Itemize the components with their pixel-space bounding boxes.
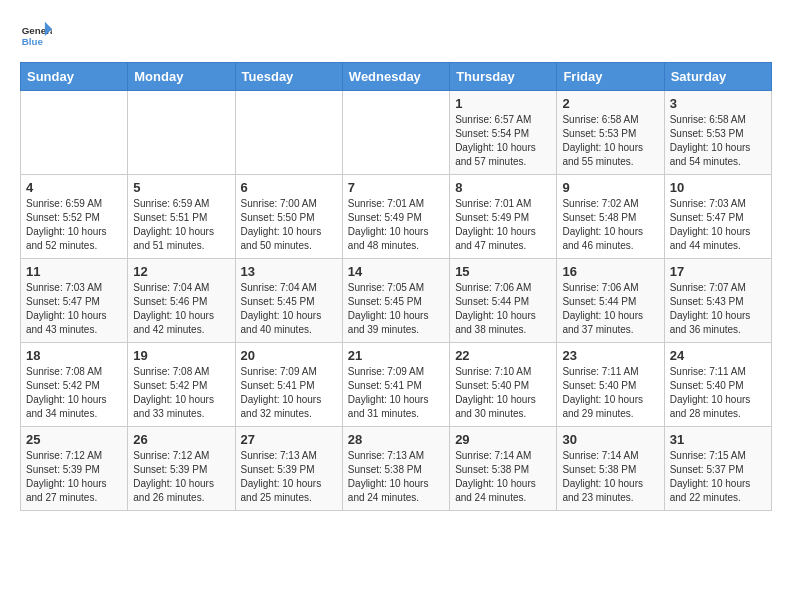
calendar-cell: 3Sunrise: 6:58 AMSunset: 5:53 PMDaylight… [664, 91, 771, 175]
day-info: Sunrise: 7:12 AMSunset: 5:39 PMDaylight:… [26, 449, 122, 505]
day-number: 8 [455, 180, 551, 195]
day-info: Sunrise: 7:07 AMSunset: 5:43 PMDaylight:… [670, 281, 766, 337]
day-number: 31 [670, 432, 766, 447]
calendar-cell: 12Sunrise: 7:04 AMSunset: 5:46 PMDayligh… [128, 259, 235, 343]
calendar-cell: 24Sunrise: 7:11 AMSunset: 5:40 PMDayligh… [664, 343, 771, 427]
day-info: Sunrise: 7:03 AMSunset: 5:47 PMDaylight:… [26, 281, 122, 337]
day-number: 20 [241, 348, 337, 363]
calendar-cell [21, 91, 128, 175]
day-info: Sunrise: 7:15 AMSunset: 5:37 PMDaylight:… [670, 449, 766, 505]
day-number: 13 [241, 264, 337, 279]
calendar-cell: 19Sunrise: 7:08 AMSunset: 5:42 PMDayligh… [128, 343, 235, 427]
calendar-cell: 27Sunrise: 7:13 AMSunset: 5:39 PMDayligh… [235, 427, 342, 511]
day-number: 18 [26, 348, 122, 363]
calendar-week-row: 11Sunrise: 7:03 AMSunset: 5:47 PMDayligh… [21, 259, 772, 343]
day-info: Sunrise: 7:06 AMSunset: 5:44 PMDaylight:… [562, 281, 658, 337]
day-info: Sunrise: 7:04 AMSunset: 5:46 PMDaylight:… [133, 281, 229, 337]
calendar-cell: 28Sunrise: 7:13 AMSunset: 5:38 PMDayligh… [342, 427, 449, 511]
day-info: Sunrise: 7:02 AMSunset: 5:48 PMDaylight:… [562, 197, 658, 253]
day-number: 17 [670, 264, 766, 279]
calendar-cell: 25Sunrise: 7:12 AMSunset: 5:39 PMDayligh… [21, 427, 128, 511]
calendar-body: 1Sunrise: 6:57 AMSunset: 5:54 PMDaylight… [21, 91, 772, 511]
calendar-cell: 26Sunrise: 7:12 AMSunset: 5:39 PMDayligh… [128, 427, 235, 511]
day-info: Sunrise: 7:01 AMSunset: 5:49 PMDaylight:… [455, 197, 551, 253]
day-info: Sunrise: 6:59 AMSunset: 5:51 PMDaylight:… [133, 197, 229, 253]
calendar-cell: 8Sunrise: 7:01 AMSunset: 5:49 PMDaylight… [450, 175, 557, 259]
day-info: Sunrise: 7:01 AMSunset: 5:49 PMDaylight:… [348, 197, 444, 253]
day-number: 26 [133, 432, 229, 447]
calendar-cell: 5Sunrise: 6:59 AMSunset: 5:51 PMDaylight… [128, 175, 235, 259]
day-number: 21 [348, 348, 444, 363]
calendar-cell: 2Sunrise: 6:58 AMSunset: 5:53 PMDaylight… [557, 91, 664, 175]
calendar-cell [128, 91, 235, 175]
calendar-cell: 30Sunrise: 7:14 AMSunset: 5:38 PMDayligh… [557, 427, 664, 511]
day-of-week-header: Saturday [664, 63, 771, 91]
day-number: 9 [562, 180, 658, 195]
calendar-week-row: 25Sunrise: 7:12 AMSunset: 5:39 PMDayligh… [21, 427, 772, 511]
day-info: Sunrise: 7:03 AMSunset: 5:47 PMDaylight:… [670, 197, 766, 253]
day-info: Sunrise: 6:58 AMSunset: 5:53 PMDaylight:… [670, 113, 766, 169]
svg-text:Blue: Blue [22, 36, 44, 47]
calendar-cell [342, 91, 449, 175]
calendar-cell: 21Sunrise: 7:09 AMSunset: 5:41 PMDayligh… [342, 343, 449, 427]
calendar-cell: 10Sunrise: 7:03 AMSunset: 5:47 PMDayligh… [664, 175, 771, 259]
day-number: 5 [133, 180, 229, 195]
calendar-cell: 17Sunrise: 7:07 AMSunset: 5:43 PMDayligh… [664, 259, 771, 343]
calendar-week-row: 4Sunrise: 6:59 AMSunset: 5:52 PMDaylight… [21, 175, 772, 259]
day-number: 3 [670, 96, 766, 111]
day-of-week-header: Tuesday [235, 63, 342, 91]
day-info: Sunrise: 7:05 AMSunset: 5:45 PMDaylight:… [348, 281, 444, 337]
day-of-week-header: Sunday [21, 63, 128, 91]
day-info: Sunrise: 7:10 AMSunset: 5:40 PMDaylight:… [455, 365, 551, 421]
day-info: Sunrise: 6:59 AMSunset: 5:52 PMDaylight:… [26, 197, 122, 253]
day-info: Sunrise: 7:13 AMSunset: 5:39 PMDaylight:… [241, 449, 337, 505]
day-number: 25 [26, 432, 122, 447]
day-of-week-header: Thursday [450, 63, 557, 91]
day-number: 7 [348, 180, 444, 195]
day-number: 16 [562, 264, 658, 279]
calendar-cell: 1Sunrise: 6:57 AMSunset: 5:54 PMDaylight… [450, 91, 557, 175]
calendar-cell: 31Sunrise: 7:15 AMSunset: 5:37 PMDayligh… [664, 427, 771, 511]
calendar-cell: 11Sunrise: 7:03 AMSunset: 5:47 PMDayligh… [21, 259, 128, 343]
day-number: 10 [670, 180, 766, 195]
day-info: Sunrise: 7:09 AMSunset: 5:41 PMDaylight:… [348, 365, 444, 421]
calendar-cell: 18Sunrise: 7:08 AMSunset: 5:42 PMDayligh… [21, 343, 128, 427]
calendar-cell: 29Sunrise: 7:14 AMSunset: 5:38 PMDayligh… [450, 427, 557, 511]
day-number: 29 [455, 432, 551, 447]
calendar-cell: 14Sunrise: 7:05 AMSunset: 5:45 PMDayligh… [342, 259, 449, 343]
page-header: General Blue [20, 20, 772, 52]
day-info: Sunrise: 7:14 AMSunset: 5:38 PMDaylight:… [562, 449, 658, 505]
day-number: 14 [348, 264, 444, 279]
day-number: 1 [455, 96, 551, 111]
day-info: Sunrise: 7:00 AMSunset: 5:50 PMDaylight:… [241, 197, 337, 253]
calendar-cell: 20Sunrise: 7:09 AMSunset: 5:41 PMDayligh… [235, 343, 342, 427]
calendar-table: SundayMondayTuesdayWednesdayThursdayFrid… [20, 62, 772, 511]
day-of-week-header: Monday [128, 63, 235, 91]
logo: General Blue [20, 20, 52, 52]
calendar-week-row: 1Sunrise: 6:57 AMSunset: 5:54 PMDaylight… [21, 91, 772, 175]
calendar-cell: 15Sunrise: 7:06 AMSunset: 5:44 PMDayligh… [450, 259, 557, 343]
calendar-cell: 22Sunrise: 7:10 AMSunset: 5:40 PMDayligh… [450, 343, 557, 427]
calendar-cell: 16Sunrise: 7:06 AMSunset: 5:44 PMDayligh… [557, 259, 664, 343]
day-number: 23 [562, 348, 658, 363]
day-info: Sunrise: 7:08 AMSunset: 5:42 PMDaylight:… [26, 365, 122, 421]
day-info: Sunrise: 6:57 AMSunset: 5:54 PMDaylight:… [455, 113, 551, 169]
day-info: Sunrise: 7:09 AMSunset: 5:41 PMDaylight:… [241, 365, 337, 421]
calendar-cell: 13Sunrise: 7:04 AMSunset: 5:45 PMDayligh… [235, 259, 342, 343]
calendar-cell: 23Sunrise: 7:11 AMSunset: 5:40 PMDayligh… [557, 343, 664, 427]
day-number: 30 [562, 432, 658, 447]
day-info: Sunrise: 7:12 AMSunset: 5:39 PMDaylight:… [133, 449, 229, 505]
day-number: 19 [133, 348, 229, 363]
calendar-cell: 4Sunrise: 6:59 AMSunset: 5:52 PMDaylight… [21, 175, 128, 259]
day-number: 6 [241, 180, 337, 195]
day-info: Sunrise: 6:58 AMSunset: 5:53 PMDaylight:… [562, 113, 658, 169]
day-info: Sunrise: 7:04 AMSunset: 5:45 PMDaylight:… [241, 281, 337, 337]
day-number: 12 [133, 264, 229, 279]
day-number: 27 [241, 432, 337, 447]
day-info: Sunrise: 7:08 AMSunset: 5:42 PMDaylight:… [133, 365, 229, 421]
logo-icon: General Blue [20, 20, 52, 52]
day-info: Sunrise: 7:13 AMSunset: 5:38 PMDaylight:… [348, 449, 444, 505]
calendar-cell: 9Sunrise: 7:02 AMSunset: 5:48 PMDaylight… [557, 175, 664, 259]
day-info: Sunrise: 7:11 AMSunset: 5:40 PMDaylight:… [670, 365, 766, 421]
calendar-cell [235, 91, 342, 175]
